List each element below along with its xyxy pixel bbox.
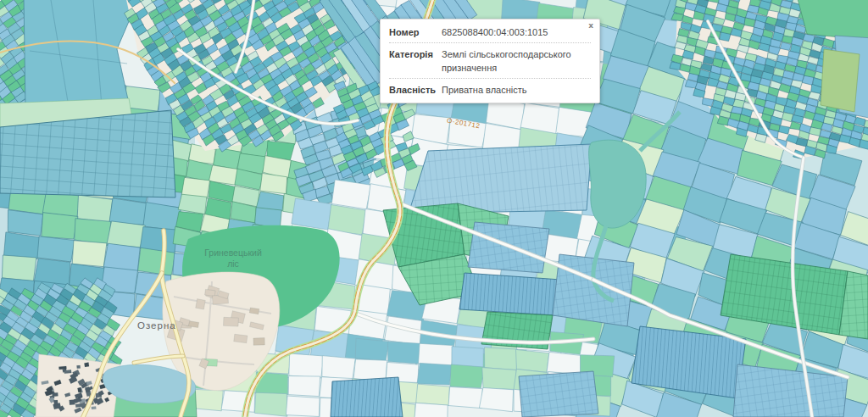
popup-row-ownership: Власність Приватна власність <box>389 78 591 100</box>
parcel-info-popup: x Номер 6825088400:04:003:1015 Категорія… <box>380 19 600 103</box>
popup-row-category: Категорія Землі сільськогосподарського п… <box>389 42 591 78</box>
cadastral-map-view: Гриневецький ліс Озерна О-201712 x Номер… <box>0 0 868 417</box>
popup-close-button[interactable]: x <box>588 20 593 31</box>
popup-value-ownership: Приватна власність <box>442 83 591 97</box>
popup-label-ownership: Власність <box>389 83 442 97</box>
popup-label-number: Номер <box>389 25 442 39</box>
popup-value-number: 6825088400:04:003:1015 <box>442 25 591 39</box>
popup-label-category: Категорія <box>389 47 442 75</box>
popup-value-category: Землі сільськогосподарського призначення <box>442 47 591 75</box>
popup-row-number: Номер 6825088400:04:003:1015 <box>389 21 591 42</box>
